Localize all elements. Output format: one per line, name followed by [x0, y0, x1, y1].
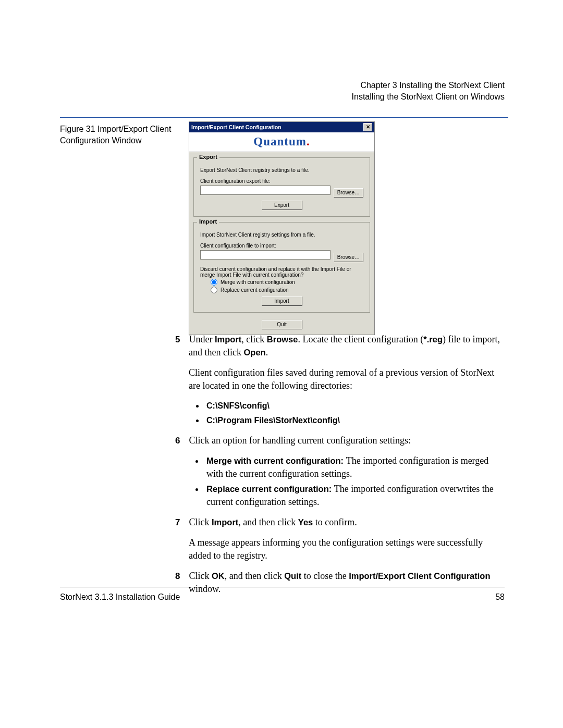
s5-b2: Browse — [267, 335, 298, 344]
export-legend: Export — [197, 154, 219, 160]
s7-b2: Yes — [298, 517, 313, 527]
merge-radio-row[interactable]: Merge with current configuration — [211, 279, 363, 286]
step-6-bullets: Merge with current configuration: The im… — [204, 454, 507, 509]
import-browse-button[interactable]: Browse… — [334, 253, 363, 262]
path-2: C:\Program Files\StorNext\config\ — [204, 414, 507, 427]
s8-t2: , and then click — [225, 571, 284, 581]
import-desc: Import StorNext Client registry settings… — [200, 232, 363, 238]
import-button[interactable]: Import — [262, 297, 302, 306]
s7-b1: Import — [212, 517, 238, 527]
path-1: C:\SNFS\config\ — [204, 400, 507, 412]
import-file-input[interactable] — [200, 250, 331, 260]
export-desc: Export StorNext Client registry settings… — [200, 167, 363, 173]
step-6-number: 6 — [175, 434, 187, 447]
merge-radio-label: Merge with current configuration — [221, 279, 295, 285]
s5-b4: Open — [243, 348, 265, 357]
export-browse-button[interactable]: Browse… — [334, 188, 363, 198]
step-5-number: 5 — [175, 333, 187, 346]
step-6-bullet-2: Replace current configuration: The impor… — [204, 483, 507, 509]
s7-t1: Click — [189, 517, 212, 527]
footer-page-number: 58 — [495, 593, 505, 602]
replace-radio-row[interactable]: Replace current configuration — [211, 287, 363, 293]
export-button[interactable]: Export — [262, 201, 302, 210]
s5-t1: Under — [189, 334, 215, 344]
s6-b2lead: Replace current configuration: — [206, 484, 334, 493]
s5-b3: *.reg — [423, 335, 443, 344]
header-line-2: Installing the StorNext Client on Window… — [352, 91, 505, 103]
header-line-1: Chapter 3 Installing the StorNext Client — [352, 80, 505, 91]
s8-b1: OK — [212, 571, 225, 581]
path-list: C:\SNFS\config\ C:\Program Files\StorNex… — [204, 400, 507, 427]
dialog-title-bar: Import/Export Client Configuration ✕ — [189, 122, 374, 132]
footer-left: StorNext 3.1.3 Installation Guide — [60, 593, 180, 602]
step-6-text: Click an option for handling current con… — [189, 435, 411, 446]
import-legend: Import — [197, 218, 219, 225]
s8-t3: to close the — [301, 571, 349, 581]
step-5-note: Client configuration files saved during … — [189, 366, 507, 392]
s6-b1lead: Merge with current configuration: — [206, 456, 346, 465]
s7-t3: to confirm. — [313, 517, 357, 527]
s8-b3: Import/Export Client Configuration — [349, 571, 490, 581]
s7-t2: , and then click — [238, 517, 298, 527]
replace-radio-label: Replace current configuration — [221, 287, 289, 293]
step-7: 7 Click Import, and then click Yes to co… — [189, 516, 507, 529]
import-question: Discard current configuration and replac… — [200, 266, 363, 278]
step-5: 5 Under Import, click Browse. Locate the… — [189, 333, 507, 359]
brand-text: Quantum — [253, 135, 307, 148]
figure-caption: Figure 31 Import/Export Client Configura… — [60, 124, 180, 146]
import-field-label: Client configuration file to import: — [200, 243, 363, 249]
step-6: 6 Click an option for handling current c… — [189, 434, 507, 447]
s5-t3: . Locate the client configuration ( — [298, 334, 423, 344]
brand-strip: Quantum. — [189, 132, 374, 152]
step-7-note: A message appears informing you the conf… — [189, 536, 507, 562]
step-8-number: 8 — [175, 570, 187, 583]
s8-b2: Quit — [284, 571, 301, 581]
export-field-label: Client configuration export file: — [200, 178, 363, 184]
import-group: Import Import StorNext Client registry s… — [193, 222, 370, 313]
page-footer: StorNext 3.1.3 Installation Guide 58 — [60, 587, 505, 602]
step-6-bullet-1: Merge with current configuration: The im… — [204, 454, 507, 480]
dialog-title: Import/Export Client Configuration — [191, 124, 282, 130]
quit-button[interactable]: Quit — [262, 320, 302, 329]
merge-radio[interactable] — [211, 279, 217, 286]
divider-rule — [60, 117, 508, 118]
close-icon[interactable]: ✕ — [363, 123, 372, 131]
body-content: 5 Under Import, click Browse. Locate the… — [189, 333, 507, 603]
s5-t2: , click — [241, 334, 266, 344]
export-file-input[interactable] — [200, 186, 331, 195]
import-export-dialog: Import/Export Client Configuration ✕ Qua… — [189, 121, 375, 335]
replace-radio[interactable] — [211, 287, 217, 293]
export-group: Export Export StorNext Client registry s… — [193, 157, 370, 217]
running-header: Chapter 3 Installing the StorNext Client… — [352, 80, 505, 103]
s8-t1: Click — [189, 571, 212, 581]
brand-dot: . — [307, 135, 310, 148]
s5-t5: . — [266, 347, 268, 357]
step-7-number: 7 — [175, 516, 187, 529]
s5-b1: Import — [215, 335, 241, 344]
